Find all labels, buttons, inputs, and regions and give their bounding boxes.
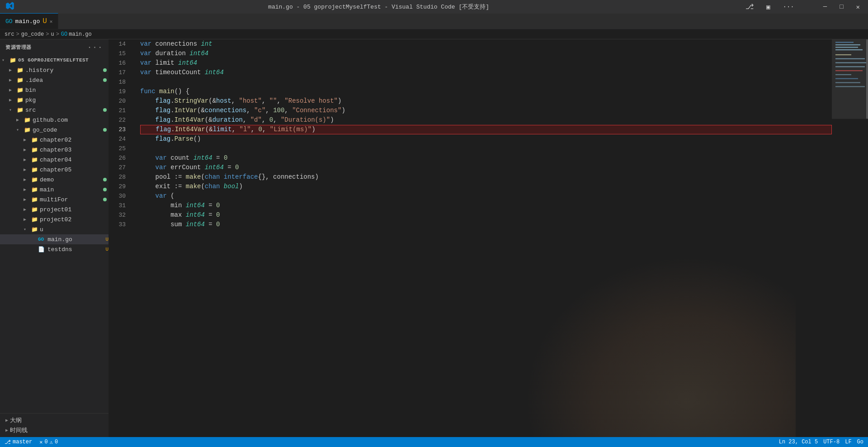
ch05-label: chapter05	[40, 166, 71, 173]
close-button[interactable]: ✕	[854, 2, 863, 12]
line-numbers: 14 15 16 17 18 19 20 21 22 23 24 25 26 2…	[108, 39, 131, 437]
ln-26: 26	[108, 153, 126, 163]
code-lines: var connections int var duration int64 v…	[131, 39, 832, 437]
code-line-23: flag . Int64Var (& limit , "l" , 0 , "Li…	[140, 125, 832, 134]
breadcrumb-go-icon: GO	[61, 31, 67, 38]
ch03-label: chapter03	[40, 147, 71, 153]
ln-18: 18	[108, 77, 126, 87]
minimize-button[interactable]: ─	[821, 2, 830, 11]
code-editor[interactable]: 14 15 16 17 18 19 20 21 22 23 24 25 26 2…	[108, 39, 832, 437]
src-dot	[103, 108, 107, 112]
code-line-33: sum int64 = 0	[140, 220, 832, 229]
errors-status[interactable]: ✕ 0 ⚠ 0	[39, 439, 58, 446]
ln-25: 25	[108, 144, 126, 153]
code-line-19: func main () {	[140, 87, 832, 96]
ln-29: 29	[108, 182, 126, 191]
proj02-label: project02	[40, 216, 71, 223]
warning-count: 0	[55, 439, 58, 445]
sidebar-item-github[interactable]: ▶ 📁 github.com	[0, 115, 108, 125]
sidebar-bottom: ▶ 大纲 ▶ 时间线	[0, 413, 108, 437]
sidebar-item-pkg[interactable]: ▶ 📁 pkg	[0, 95, 108, 105]
layout-icon[interactable]: ▣	[764, 2, 773, 12]
tab-close-icon[interactable]: ✕	[50, 19, 53, 24]
svg-rect-15	[866, 39, 868, 119]
source-control-icon[interactable]: ⎇	[743, 1, 756, 12]
sidebar-item-project01[interactable]: ▶ 📁 project01	[0, 204, 108, 214]
breadcrumb-src[interactable]: src	[5, 31, 14, 38]
code-line-18	[140, 77, 832, 87]
outline-label: 大纲	[10, 416, 22, 424]
timeline-arrow-icon: ▶	[5, 428, 8, 433]
sidebar-item-history[interactable]: ▶ 📁 .history	[0, 65, 108, 75]
bin-arrow-icon: ▶	[9, 87, 14, 93]
ln-32: 32	[108, 210, 126, 220]
history-arrow-icon: ▶	[9, 67, 14, 73]
root-folder-icon: 📁	[9, 57, 16, 64]
outline-section[interactable]: ▶ 大纲	[0, 415, 108, 425]
ch03-folder-icon: 📁	[31, 147, 38, 153]
sidebar-item-chapter04[interactable]: ▶ 📁 chapter04	[0, 155, 108, 165]
ln-28: 28	[108, 172, 126, 182]
minimap	[832, 39, 868, 437]
maingo-label: main.go	[47, 236, 72, 243]
breadcrumb-sep-2: >	[46, 31, 49, 38]
sidebar-item-bin[interactable]: ▶ 📁 bin	[0, 85, 108, 95]
tab-bar: GO main.go U ✕	[0, 14, 868, 29]
breadcrumb-sep-3: >	[56, 31, 59, 38]
sidebar-item-multifor[interactable]: ▶ 📁 multiFor	[0, 195, 108, 204]
breadcrumb-u[interactable]: u	[51, 31, 54, 38]
sidebar-title: 资源管理器	[5, 44, 32, 51]
sidebar-more-icon[interactable]: ···	[87, 43, 103, 52]
sidebar-item-chapter05[interactable]: ▶ 📁 chapter05	[0, 165, 108, 175]
maingo-modified: U	[105, 237, 108, 242]
sidebar-item-u[interactable]: ▾ 📁 u	[0, 224, 108, 234]
tree-root[interactable]: ▾ 📁 05 GOPROJECTMYSELFTEST	[0, 55, 108, 65]
more-icon[interactable]: ···	[780, 2, 797, 11]
idea-folder-icon: 📁	[16, 77, 24, 84]
testdns-modified: U	[105, 247, 108, 252]
breadcrumb-file[interactable]: main.go	[69, 31, 91, 38]
encoding-status[interactable]: UTF-8	[823, 439, 840, 445]
sidebar-item-main[interactable]: ▶ 📁 main	[0, 185, 108, 195]
ch05-arrow-icon: ▶	[24, 167, 29, 172]
code-line-27: var errCount int64 = 0	[140, 163, 832, 172]
line-ending-status[interactable]: LF	[845, 439, 851, 445]
cursor-position[interactable]: Ln 23, Col 5	[779, 439, 818, 445]
history-dot	[103, 68, 107, 72]
github-folder-icon: 📁	[24, 117, 31, 124]
gocode-arrow-icon: ▾	[16, 127, 22, 133]
code-line-24: flag . Parse ()	[140, 134, 832, 144]
gocode-folder-icon: 📁	[24, 127, 31, 133]
sidebar-item-project02[interactable]: ▶ 📁 project02	[0, 214, 108, 224]
go-file-icon: GO	[5, 18, 13, 25]
sidebar-item-chapter02[interactable]: ▶ 📁 chapter02	[0, 135, 108, 145]
sidebar-item-chapter03[interactable]: ▶ 📁 chapter03	[0, 145, 108, 155]
title-bar-left	[5, 1, 14, 13]
language-status[interactable]: Go	[857, 439, 863, 445]
sidebar-item-idea[interactable]: ▶ 📁 .idea	[0, 75, 108, 85]
ln-16: 16	[108, 58, 126, 68]
ln-19: 19	[108, 87, 126, 96]
error-count: 0	[44, 439, 47, 445]
tab-main-go[interactable]: GO main.go U ✕	[0, 13, 58, 29]
line-ending-label: LF	[845, 439, 851, 445]
demo-dot	[103, 178, 107, 181]
code-line-26: var count int64 = 0	[140, 153, 832, 163]
sidebar-item-gocode[interactable]: ▾ 📁 go_code	[0, 125, 108, 135]
breadcrumb-go-code[interactable]: go_code	[21, 31, 44, 38]
ln-20: 20	[108, 96, 126, 106]
tab-label: main.go	[15, 18, 40, 25]
maximize-button[interactable]: □	[837, 2, 846, 11]
sidebar-item-demo[interactable]: ▶ 📁 demo	[0, 175, 108, 185]
sidebar-header: 资源管理器 ···	[0, 39, 108, 55]
multifor-dot	[103, 198, 107, 201]
github-label: github.com	[33, 117, 68, 124]
timeline-section[interactable]: ▶ 时间线	[0, 425, 108, 435]
ln-23: 23	[108, 125, 126, 134]
git-branch-icon: ⎇	[5, 439, 11, 446]
sidebar-item-src[interactable]: ▾ 📁 src	[0, 105, 108, 115]
sidebar-item-testdns[interactable]: ▶ 📄 testdns U	[0, 244, 108, 254]
sidebar-item-main-go[interactable]: ▶ GO main.go U	[0, 234, 108, 244]
git-branch[interactable]: ⎇ master	[5, 439, 32, 446]
proj02-arrow-icon: ▶	[24, 217, 29, 222]
